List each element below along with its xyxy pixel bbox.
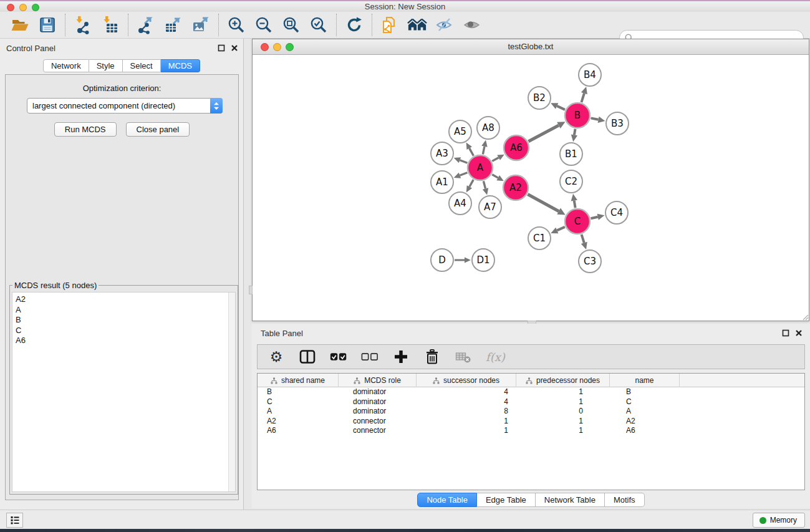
create-column-button[interactable] <box>392 348 410 365</box>
mcds-result-item[interactable]: A2 <box>16 294 235 305</box>
node-B1[interactable]: B1 <box>560 143 582 165</box>
edge-A-A8[interactable] <box>483 147 485 155</box>
table-row[interactable]: B dominator 4 1 B <box>258 387 804 397</box>
cell-name[interactable]: B <box>610 387 680 397</box>
table-row[interactable]: C dominator 4 1 C <box>258 397 804 407</box>
delete-table-button[interactable] <box>455 348 472 365</box>
run-mcds-button[interactable]: Run MCDS <box>54 122 117 137</box>
mcds-result-item[interactable]: C <box>16 326 235 336</box>
close-panel-icon[interactable] <box>795 329 803 337</box>
cell-successor-nodes[interactable]: 1 <box>417 426 516 436</box>
mcds-result-item[interactable]: B <box>16 315 235 326</box>
edge-A-A2[interactable] <box>492 175 498 178</box>
cell-successor-nodes[interactable]: 4 <box>417 387 516 397</box>
select-all-columns-button[interactable] <box>330 348 347 365</box>
node-A1[interactable]: A1 <box>431 171 453 193</box>
table-settings-button[interactable]: ⚙ <box>268 348 285 365</box>
function-builder-button[interactable]: f(x) <box>486 348 505 365</box>
network-window-titlebar[interactable]: testGlobe.txt <box>253 39 809 55</box>
network-canvas[interactable]: B4B2BB3A8A5A6B1A3AC2A1A2A4A7C4CC1C3DD1 <box>253 55 809 321</box>
node-A[interactable]: A <box>468 155 493 180</box>
tab-mcds[interactable]: MCDS <box>161 59 200 72</box>
node-B3[interactable]: B3 <box>606 112 629 135</box>
table-row[interactable]: A dominator 8 0 A <box>258 407 804 417</box>
cell-mcds-role[interactable]: connector <box>339 426 417 436</box>
export-image-button[interactable] <box>191 15 211 35</box>
export-network-button[interactable] <box>136 15 156 35</box>
cell-predecessor-nodes[interactable]: 0 <box>516 407 610 417</box>
cell-mcds-role[interactable]: connector <box>339 417 417 427</box>
node-D[interactable]: D <box>431 249 453 271</box>
tab-style[interactable]: Style <box>89 59 123 72</box>
column-header-predecessor-nodes[interactable]: predecessor nodes <box>516 374 610 387</box>
node-A5[interactable]: A5 <box>449 120 471 143</box>
edge-C-C4[interactable] <box>591 217 597 219</box>
node-A7[interactable]: A7 <box>479 196 501 218</box>
cell-predecessor-nodes[interactable]: 1 <box>516 387 610 397</box>
node-A6[interactable]: A6 <box>504 135 529 160</box>
cell-successor-nodes[interactable]: 1 <box>417 417 516 427</box>
tab-motifs[interactable]: Motifs <box>605 493 645 507</box>
edge-B-B1[interactable] <box>574 129 576 135</box>
edge-C-C3[interactable] <box>582 235 584 243</box>
table-row[interactable]: A6 connector 1 1 A6 <box>258 426 804 436</box>
float-panel-icon[interactable] <box>218 44 225 52</box>
result-list-scrollbar[interactable] <box>228 293 235 491</box>
zoom-window-button[interactable] <box>32 4 39 11</box>
table-row[interactable]: A2 connector 1 1 A2 <box>258 417 804 427</box>
cell-shared-name[interactable]: A2 <box>258 417 339 427</box>
minimize-window-button[interactable] <box>19 4 27 11</box>
tab-edge-table[interactable]: Edge Table <box>477 493 536 507</box>
mcds-result-list[interactable]: A2 A B C A6 <box>12 292 236 492</box>
node-B[interactable]: B <box>565 103 590 128</box>
cell-mcds-role[interactable]: dominator <box>339 407 417 417</box>
edge-C-C1[interactable] <box>557 227 565 231</box>
deselect-all-columns-button[interactable] <box>361 348 378 365</box>
edge-B-B3[interactable] <box>591 118 599 119</box>
cell-mcds-role[interactable]: dominator <box>339 387 417 397</box>
cell-name[interactable]: A <box>610 407 680 417</box>
cell-predecessor-nodes[interactable]: 1 <box>516 397 610 407</box>
network-close-button[interactable] <box>261 43 269 51</box>
show-task-history-button[interactable] <box>6 513 23 528</box>
cell-predecessor-nodes[interactable]: 1 <box>516 417 610 427</box>
edge-A2-C[interactable] <box>528 195 559 211</box>
edge-A-A6[interactable] <box>492 158 498 162</box>
edge-B-B4[interactable] <box>581 94 584 102</box>
node-C2[interactable]: C2 <box>560 170 582 193</box>
zoom-selected-button[interactable] <box>309 15 329 35</box>
cell-shared-name[interactable]: B <box>258 387 339 397</box>
cell-name[interactable]: A2 <box>610 417 680 427</box>
column-header-name[interactable]: name <box>610 374 680 387</box>
close-panel-button[interactable]: Close panel <box>126 122 190 137</box>
edge-A-A7[interactable] <box>483 181 485 188</box>
tab-network[interactable]: Network <box>43 59 89 72</box>
open-session-button[interactable] <box>10 15 30 35</box>
node-A2[interactable]: A2 <box>503 175 528 200</box>
memory-button[interactable]: Memory <box>753 513 805 528</box>
node-B4[interactable]: B4 <box>579 64 601 86</box>
cell-shared-name[interactable]: A <box>258 407 339 417</box>
node-A8[interactable]: A8 <box>477 117 499 139</box>
network-minimize-button[interactable] <box>273 43 281 51</box>
edge-A6-B[interactable] <box>528 125 559 142</box>
cell-shared-name[interactable]: C <box>258 397 339 407</box>
node-C3[interactable]: C3 <box>579 250 601 273</box>
show-graphics-details-button[interactable] <box>462 15 482 35</box>
zoom-out-button[interactable] <box>254 15 274 35</box>
node-D1[interactable]: D1 <box>472 249 494 271</box>
delete-column-button[interactable] <box>423 348 441 365</box>
close-window-button[interactable] <box>7 4 14 11</box>
mcds-result-item[interactable]: A <box>16 305 235 316</box>
column-header-mcds-role[interactable]: MCDS role <box>339 374 417 387</box>
tab-network-table[interactable]: Network Table <box>536 493 605 507</box>
optimization-criterion-select[interactable]: largest connected component (directed) <box>27 98 223 114</box>
cell-mcds-role[interactable]: dominator <box>339 397 417 407</box>
cell-successor-nodes[interactable]: 8 <box>417 407 516 417</box>
edge-A-A3[interactable] <box>460 160 467 163</box>
import-network-button[interactable] <box>73 15 93 35</box>
zoom-fit-button[interactable] <box>281 15 301 35</box>
cell-predecessor-nodes[interactable]: 1 <box>516 426 610 436</box>
compare-networks-button[interactable] <box>380 15 400 35</box>
tab-node-table[interactable]: Node Table <box>417 493 477 507</box>
